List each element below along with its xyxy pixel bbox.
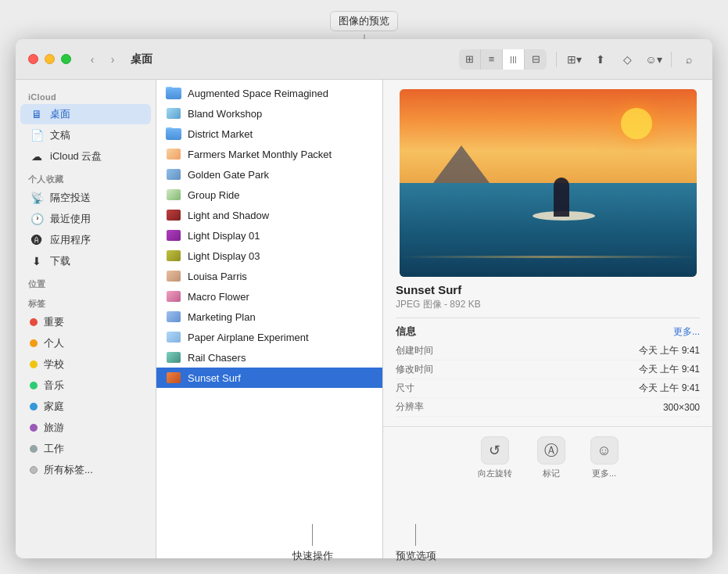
- info-more-button[interactable]: 更多...: [673, 325, 700, 339]
- sidebar-item-label-recents: 最近使用: [50, 212, 91, 226]
- documents-icon: 📄: [30, 128, 44, 142]
- applications-icon: 🅐: [30, 233, 44, 247]
- nav-buttons: ‹ ›: [84, 51, 121, 68]
- file-item-macroflower[interactable]: Macro Flower: [156, 286, 382, 307]
- minimize-button[interactable]: [45, 54, 55, 64]
- file-name-marketingplan: Marketing Plan: [188, 311, 256, 323]
- tag-family-label: 家庭: [44, 400, 64, 414]
- sidebar-item-tag-travel[interactable]: 旅游: [20, 418, 151, 438]
- file-item-bland[interactable]: Bland Workshop: [156, 103, 382, 124]
- file-name-bland: Bland Workshop: [188, 108, 262, 120]
- sidebar-item-downloads[interactable]: ⬇ 下载: [20, 251, 151, 271]
- file-icon-railchasers: [166, 351, 181, 364]
- markup-button[interactable]: Ⓐ 标记: [537, 436, 565, 479]
- sidebar-item-documents[interactable]: 📄 文稿: [20, 125, 151, 145]
- sidebar-item-icloud-drive[interactable]: ☁ iCloud 云盘: [20, 146, 151, 167]
- file-item-louisaparris[interactable]: Louisa Parris: [156, 266, 382, 286]
- nav-forward-button[interactable]: ›: [104, 51, 121, 68]
- sidebar-item-tag-important[interactable]: 重要: [20, 312, 151, 332]
- preview-filetype: JPEG 图像 - 892 KB: [396, 298, 700, 311]
- sidebar-item-recents[interactable]: 🕐 最近使用: [20, 209, 151, 229]
- sidebar-item-label-icloud: iCloud 云盘: [50, 149, 102, 163]
- file-item-lightdisplay03[interactable]: Light Display 03: [156, 246, 382, 266]
- sidebar-item-tag-personal[interactable]: 个人: [20, 333, 151, 353]
- sidebar-item-desktop[interactable]: 🖥 桌面: [20, 104, 151, 124]
- tag-all-dot: [30, 466, 38, 474]
- file-icon-lightdisplay03: [166, 249, 181, 262]
- tag-music-dot: [30, 382, 38, 389]
- file-name-paperairplane: Paper Airplane Experiment: [188, 332, 309, 343]
- file-icon-louisaparris: [166, 270, 181, 282]
- column-view-button[interactable]: ⫼: [503, 49, 525, 70]
- file-item-paperairplane[interactable]: Paper Airplane Experiment: [156, 327, 382, 347]
- preview-info: Sunset Surf JPEG 图像 - 892 KB 信息 更多... 创建…: [383, 283, 712, 423]
- file-name-goldengate: Golden Gate Park: [188, 169, 269, 181]
- file-item-augmented[interactable]: Augmented Space Reimagined: [156, 83, 382, 103]
- tag-school-label: 学校: [44, 357, 64, 371]
- tag-personal-label: 个人: [44, 336, 64, 350]
- file-name-louisaparris: Louisa Parris: [188, 271, 247, 282]
- info-value-size: 今天 上午 9:41: [639, 382, 700, 395]
- close-button[interactable]: [28, 54, 38, 64]
- share-button[interactable]: ⬆: [590, 49, 611, 70]
- tooltip-container: 图像的预览: [0, 11, 728, 31]
- sidebar-section-tags: 标签: [16, 292, 156, 311]
- file-item-goldengate[interactable]: Golden Gate Park: [156, 164, 382, 185]
- info-value-modified: 今天 上午 9:41: [639, 363, 700, 376]
- tag-family-dot: [30, 403, 38, 411]
- tooltip-label: 图像的预览: [330, 11, 398, 31]
- tag-work-dot: [30, 445, 38, 453]
- file-icon-lightandshadow: [166, 209, 181, 221]
- sidebar-item-label-documents: 文稿: [50, 128, 70, 142]
- sidebar-section-favorites: 个人收藏: [16, 167, 156, 187]
- rotate-left-button[interactable]: ↺ 向左旋转: [478, 436, 512, 479]
- sidebar-item-applications[interactable]: 🅐 应用程序: [20, 230, 151, 250]
- file-name-district: District Market: [188, 128, 253, 140]
- search-button[interactable]: ⌕: [678, 49, 700, 70]
- sidebar-item-label-desktop: 桌面: [50, 107, 70, 121]
- icon-view-button[interactable]: ⊞: [459, 49, 481, 70]
- file-item-sunsetsurf[interactable]: Sunset Surf: [156, 368, 382, 388]
- file-item-district[interactable]: District Market: [156, 124, 382, 144]
- file-item-marketingplan[interactable]: Marketing Plan: [156, 307, 382, 327]
- file-name-lightdisplay03: Light Display 03: [188, 250, 260, 262]
- tag-button[interactable]: ◇: [616, 49, 638, 70]
- markup-label: 标记: [543, 468, 560, 479]
- sidebar-item-tag-family[interactable]: 家庭: [20, 396, 151, 417]
- file-item-lightandshadow[interactable]: Light and Shadow: [156, 205, 382, 225]
- file-item-groupride[interactable]: Group Ride: [156, 185, 382, 205]
- file-item-railchasers[interactable]: Rail Chasers: [156, 347, 382, 368]
- file-icon-district: [166, 127, 181, 140]
- file-item-farmers[interactable]: Farmers Market Monthly Packet: [156, 144, 382, 164]
- file-icon-sunsetsurf: [166, 371, 181, 384]
- downloads-icon: ⬇: [30, 254, 44, 268]
- nav-back-button[interactable]: ‹: [84, 51, 101, 68]
- tag-work-label: 工作: [44, 442, 64, 456]
- tag-important-dot: [30, 318, 38, 326]
- more-actions-button[interactable]: ☺ 更多...: [590, 436, 619, 479]
- maximize-button[interactable]: [61, 54, 71, 64]
- list-view-button[interactable]: ≡: [481, 49, 503, 70]
- info-row-size: 尺寸 今天 上午 9:41: [396, 379, 700, 398]
- file-name-augmented: Augmented Space Reimagined: [188, 88, 328, 99]
- face-button[interactable]: ☺▾: [643, 49, 665, 70]
- sidebar-item-tag-school[interactable]: 学校: [20, 354, 151, 375]
- sidebar-item-all-tags[interactable]: 所有标签...: [20, 460, 151, 480]
- surf-water: [400, 183, 697, 277]
- tag-travel-label: 旅游: [44, 421, 64, 435]
- preview-panel: Sunset Surf JPEG 图像 - 892 KB 信息 更多... 创建…: [383, 80, 712, 558]
- sidebar-item-tag-work[interactable]: 工作: [20, 439, 151, 459]
- sidebar: iCloud 🖥 桌面 📄 文稿 ☁ iCloud 云盘 个人收藏 📡 隔空投送…: [16, 80, 156, 558]
- file-icon-marketingplan: [166, 310, 181, 323]
- file-name-farmers: Farmers Market Monthly Packet: [188, 149, 332, 160]
- surf-person: [554, 178, 569, 217]
- preview-filename: Sunset Surf: [396, 283, 700, 296]
- sidebar-item-airdrop[interactable]: 📡 隔空投送: [20, 188, 151, 208]
- sidebar-item-tag-music[interactable]: 音乐: [20, 375, 151, 396]
- file-item-lightdisplay01[interactable]: Light Display 01: [156, 225, 382, 246]
- rotate-left-label: 向左旋转: [478, 468, 512, 479]
- preview-image: [400, 89, 697, 277]
- group-button[interactable]: ⊞▾: [563, 49, 585, 70]
- sidebar-section-locations: 位置: [16, 272, 156, 292]
- gallery-view-button[interactable]: ⊟: [525, 49, 547, 70]
